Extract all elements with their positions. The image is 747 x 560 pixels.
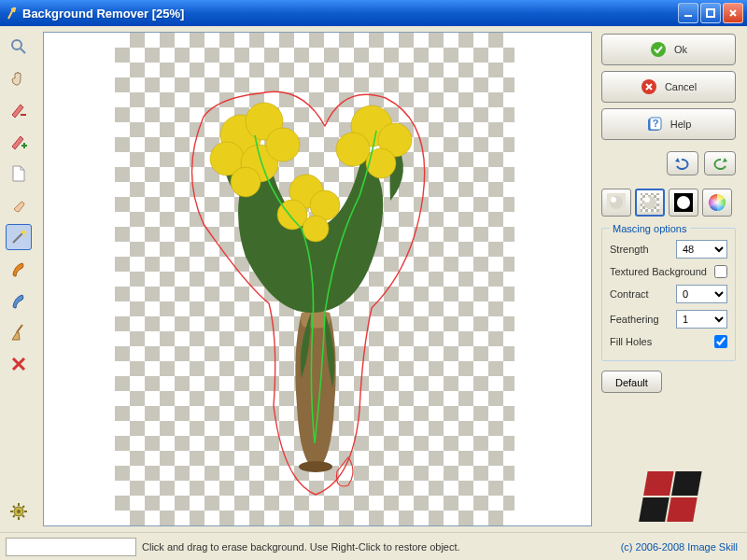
undo-button[interactable] <box>667 151 698 175</box>
cancel-label: Cancel <box>665 81 697 92</box>
svg-point-40 <box>611 197 616 203</box>
textured-label: Textured Background <box>610 266 707 277</box>
window-close-button[interactable] <box>723 3 743 23</box>
svg-line-5 <box>13 233 22 243</box>
view-checker-button[interactable] <box>635 189 665 217</box>
cancel-icon <box>641 78 657 95</box>
svg-line-16 <box>13 515 15 517</box>
sphere-mask-icon <box>673 192 694 213</box>
svg-point-28 <box>366 148 396 178</box>
hand-tool[interactable] <box>6 65 32 91</box>
svg-text:?: ? <box>652 118 658 129</box>
svg-point-18 <box>299 461 332 472</box>
brush-blue-tool[interactable] <box>6 287 32 314</box>
feathering-select[interactable]: 1 <box>676 310 727 329</box>
clear-tool[interactable] <box>6 351 32 377</box>
left-toolbar <box>0 26 37 532</box>
canvas-area <box>37 26 598 532</box>
default-button[interactable]: Default <box>601 371 662 393</box>
titlebar: Background Remover [25%] <box>0 0 747 26</box>
subject-image <box>115 33 514 526</box>
brush-orange-icon <box>9 259 28 278</box>
view-mask-button[interactable] <box>669 189 698 217</box>
status-box <box>6 538 136 556</box>
status-hint: Click and drag to erase background. Use … <box>142 541 615 553</box>
mark-remove-tool[interactable] <box>6 97 32 123</box>
window-title: Background Remover [25%] <box>22 7 676 21</box>
copyright-text: (c) 2006-2008 Image Skill <box>621 541 738 553</box>
x-icon <box>10 356 27 372</box>
zoom-tool[interactable] <box>6 34 32 60</box>
svg-line-7 <box>17 325 22 332</box>
magic-wand-tool[interactable] <box>6 224 32 250</box>
eraser-tool[interactable] <box>6 192 32 218</box>
mark-add-tool[interactable] <box>6 129 32 155</box>
fillholes-checkbox[interactable] <box>714 335 727 348</box>
page-icon <box>10 164 27 183</box>
svg-rect-53 <box>667 497 698 522</box>
strength-label: Strength <box>610 244 649 255</box>
right-panel: Ok Cancel ? Help Mascing options Strengt… <box>598 26 747 532</box>
fillholes-label: Fill Holes <box>610 336 652 347</box>
color-wheel-icon <box>707 192 727 213</box>
broom-tool[interactable] <box>6 319 32 345</box>
statusbar: Click and drag to erase background. Use … <box>0 532 747 560</box>
ok-label: Ok <box>674 44 687 55</box>
svg-point-32 <box>303 216 329 242</box>
view-mode-row <box>601 189 736 217</box>
svg-point-24 <box>231 167 261 197</box>
pencil-plus-icon <box>9 133 28 151</box>
view-color-button[interactable] <box>702 189 732 217</box>
svg-point-48 <box>677 196 690 209</box>
zoom-icon <box>9 37 28 56</box>
pencil-minus-icon <box>9 101 28 119</box>
view-original-button[interactable] <box>601 189 631 217</box>
wand-icon <box>9 228 28 246</box>
redo-icon <box>711 157 729 170</box>
svg-rect-50 <box>643 471 674 496</box>
contract-select[interactable]: 0 <box>676 285 727 303</box>
textured-checkbox[interactable] <box>714 265 727 278</box>
minimize-button[interactable] <box>678 3 698 23</box>
brush-blue-icon <box>9 291 28 310</box>
help-label: Help <box>670 119 692 130</box>
svg-line-14 <box>13 506 15 508</box>
mascing-fieldset: Mascing options Strength 48 Textured Bac… <box>601 228 736 361</box>
svg-rect-0 <box>684 15 692 17</box>
mascing-legend: Mascing options <box>610 223 690 234</box>
svg-line-3 <box>21 49 25 53</box>
maximize-button[interactable] <box>700 3 721 23</box>
help-button[interactable]: ? Help <box>601 108 736 140</box>
svg-point-27 <box>336 133 370 166</box>
cancel-button[interactable]: Cancel <box>601 71 736 103</box>
ok-icon <box>650 41 667 58</box>
settings-tool[interactable] <box>6 498 32 525</box>
svg-line-15 <box>22 515 24 517</box>
eraser-icon <box>9 196 28 215</box>
new-page-tool[interactable] <box>6 161 32 187</box>
svg-rect-1 <box>707 9 714 17</box>
contract-label: Contract <box>610 288 649 300</box>
redo-button[interactable] <box>704 151 736 175</box>
svg-point-23 <box>266 128 300 161</box>
broom-icon <box>9 323 28 342</box>
sphere-checker-icon <box>640 192 660 213</box>
canvas[interactable] <box>43 32 592 526</box>
brand-logo <box>601 467 736 526</box>
help-icon: ? <box>646 116 663 133</box>
strength-select[interactable]: 48 <box>676 240 727 259</box>
brush-orange-tool[interactable] <box>6 256 32 282</box>
svg-point-2 <box>12 40 21 49</box>
feathering-label: Feathering <box>610 314 659 325</box>
svg-point-46 <box>644 197 650 203</box>
ok-button[interactable]: Ok <box>601 34 736 65</box>
sphere-solid-icon <box>606 192 627 213</box>
svg-point-49 <box>709 194 726 211</box>
gear-icon <box>9 502 28 521</box>
svg-point-9 <box>17 510 21 513</box>
hand-icon <box>9 69 28 88</box>
svg-line-17 <box>22 506 24 508</box>
app-icon <box>4 6 19 21</box>
undo-icon <box>673 157 692 170</box>
svg-rect-52 <box>639 497 669 522</box>
